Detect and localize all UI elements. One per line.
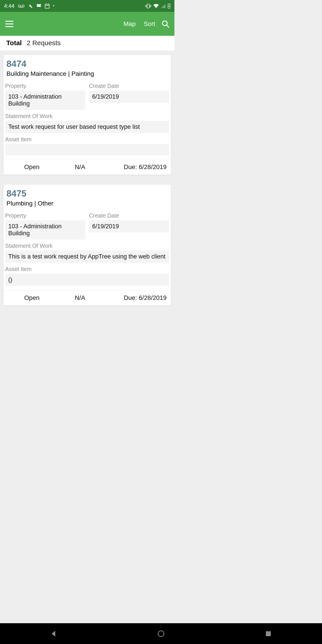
property-label: Property bbox=[5, 82, 86, 90]
battery-icon bbox=[168, 4, 170, 8]
menu-button[interactable] bbox=[4, 18, 15, 30]
create-date-value: 6/19/2019 bbox=[89, 90, 169, 103]
status-value: Open bbox=[3, 164, 56, 170]
svg-rect-7 bbox=[147, 4, 149, 8]
request-id: 8474 bbox=[5, 58, 169, 69]
due-value: Due: 6/28/2019 bbox=[104, 164, 171, 170]
calendar-icon bbox=[45, 4, 50, 8]
asset-item-label: Asset Item bbox=[5, 135, 169, 144]
summary-value: 2 Requests bbox=[26, 39, 60, 47]
request-category: Plumbing | Other bbox=[5, 198, 169, 211]
property-value: 103 - Administration Building bbox=[5, 220, 86, 240]
svg-point-0 bbox=[18, 5, 20, 7]
app-bar: Map Sort bbox=[0, 12, 174, 36]
sow-value: Test work request for user based request… bbox=[5, 121, 169, 133]
svg-rect-16 bbox=[5, 26, 14, 27]
svg-rect-15 bbox=[5, 24, 14, 24]
signal-icon bbox=[161, 4, 166, 8]
property-label: Property bbox=[5, 212, 86, 220]
sow-label: Statement Of Work bbox=[5, 112, 169, 121]
svg-point-1 bbox=[22, 5, 24, 7]
hamburger-icon bbox=[5, 21, 14, 27]
request-category: Building Maintenance | Painting bbox=[5, 69, 169, 82]
create-date-label: Create Date bbox=[89, 212, 169, 220]
sort-button[interactable]: Sort bbox=[140, 18, 159, 30]
map-button[interactable]: Map bbox=[120, 18, 140, 30]
priority-value: N/A bbox=[56, 294, 104, 302]
request-card[interactable]: 8475 Plumbing | Other Property 103 - Adm… bbox=[3, 184, 171, 306]
request-id: 8475 bbox=[5, 188, 169, 198]
create-date-value: 6/19/2019 bbox=[89, 220, 169, 232]
sow-value: This is a test work request by AppTree u… bbox=[5, 250, 169, 263]
create-date-label: Create Date bbox=[89, 82, 169, 90]
voicemail-icon bbox=[18, 4, 24, 8]
summary-bar: Total 2 Requests bbox=[0, 36, 174, 51]
property-value: 103 - Administration Building bbox=[5, 90, 86, 110]
wrench-icon bbox=[28, 4, 33, 8]
card-footer: Open N/A Due: 6/28/2019 bbox=[3, 290, 171, 306]
svg-rect-3 bbox=[45, 4, 49, 8]
card-footer: Open N/A Due: 6/28/2019 bbox=[3, 160, 171, 175]
asset-item-label: Asset Item bbox=[5, 265, 169, 274]
search-button[interactable] bbox=[160, 18, 171, 29]
status-time: 4:44 bbox=[4, 3, 14, 9]
dot-icon: • bbox=[53, 4, 54, 8]
summary-label: Total bbox=[6, 39, 22, 47]
svg-rect-14 bbox=[5, 21, 14, 22]
asset-item-value: () bbox=[5, 274, 169, 286]
status-value: Open bbox=[3, 294, 56, 302]
dropbox-icon bbox=[36, 4, 41, 8]
vibrate-icon bbox=[145, 4, 151, 8]
request-card[interactable]: 8474 Building Maintenance | Painting Pro… bbox=[3, 54, 171, 175]
status-bar: 4:44 • bbox=[0, 0, 174, 12]
due-value: Due: 6/28/2019 bbox=[104, 294, 171, 302]
request-list[interactable]: 8474 Building Maintenance | Painting Pro… bbox=[0, 51, 174, 327]
asset-item-value bbox=[5, 144, 169, 155]
priority-value: N/A bbox=[56, 164, 104, 170]
svg-line-18 bbox=[166, 25, 169, 27]
wifi-icon bbox=[154, 4, 159, 8]
sow-label: Statement Of Work bbox=[5, 242, 169, 250]
search-icon bbox=[162, 20, 170, 28]
